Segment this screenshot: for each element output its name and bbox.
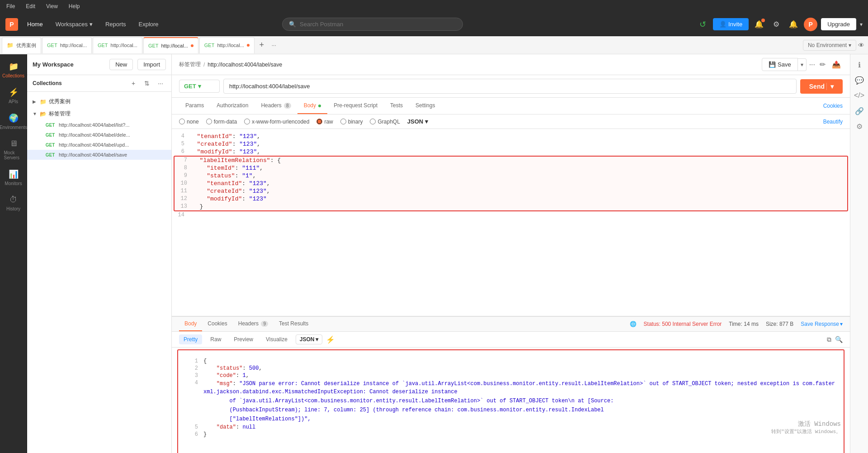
response-body[interactable]: 1 { 2 "status": 500, 3 "code": 1, 4 "m bbox=[177, 349, 844, 453]
tree-item-upd[interactable]: GET http://localhost:4004/label/upd... bbox=[27, 140, 171, 150]
format-tab-raw[interactable]: Raw bbox=[206, 334, 226, 344]
search-response-icon[interactable]: 🔍 bbox=[835, 336, 843, 343]
search-bar[interactable]: 🔍 bbox=[282, 18, 463, 31]
tab-1[interactable]: GET http://local... bbox=[42, 37, 92, 53]
nav-home[interactable]: Home bbox=[22, 18, 48, 30]
user-avatar[interactable]: P bbox=[804, 18, 817, 31]
response-format-selector[interactable]: JSON ▾ bbox=[296, 334, 322, 344]
save-response-button[interactable]: Save Response ▾ bbox=[801, 321, 843, 327]
sidebar-item-monitors[interactable]: 📊 Monitors bbox=[2, 166, 25, 190]
menu-file[interactable]: File bbox=[4, 2, 18, 10]
format-tab-preview[interactable]: Preview bbox=[229, 334, 258, 344]
sidebar-item-apis[interactable]: ⚡ APIs bbox=[2, 84, 25, 108]
menu-edit[interactable]: Edit bbox=[23, 2, 38, 10]
invite-button[interactable]: 👤 Invite bbox=[713, 18, 749, 30]
save-dropdown-button[interactable]: ▾ bbox=[798, 58, 807, 71]
resp-tab-test-results[interactable]: Test Results bbox=[274, 317, 314, 331]
search-input[interactable] bbox=[300, 21, 456, 28]
right-icon-comments[interactable]: 💬 bbox=[853, 73, 866, 87]
sidebar-item-mock-servers[interactable]: 🖥 Mock Servers bbox=[2, 135, 25, 164]
add-collection-button[interactable]: + bbox=[128, 78, 139, 89]
share-icon[interactable]: 📤 bbox=[830, 58, 843, 71]
settings-icon[interactable]: ⚙ bbox=[769, 18, 783, 31]
right-icon-info[interactable]: ℹ bbox=[853, 58, 866, 72]
option-form-data[interactable]: form-data bbox=[206, 119, 237, 125]
tab-2[interactable]: GET http://local... bbox=[93, 37, 142, 53]
beautify-link[interactable]: Beautify bbox=[823, 119, 843, 125]
resp-line-4b: of `java.util.ArrayList<com.business.mon… bbox=[185, 396, 836, 405]
breadcrumb-parent[interactable]: 标签管理 bbox=[179, 61, 201, 68]
add-tab-button[interactable]: + bbox=[255, 39, 268, 52]
collection-item-yxal[interactable]: ▶ 📁 优秀案例 bbox=[27, 95, 171, 108]
req-tab-auth[interactable]: Authorization bbox=[210, 98, 255, 114]
tree-item-list[interactable]: GET http://localhost:4004/label/list?... bbox=[27, 120, 171, 130]
sidebar-item-environments[interactable]: 🌍 Environments bbox=[2, 110, 25, 134]
nav-reports[interactable]: Reports bbox=[100, 18, 132, 30]
code-editor[interactable]: 4 "tenantId": "123", 5 "createId": "123"… bbox=[172, 129, 850, 316]
menu-view[interactable]: View bbox=[43, 2, 61, 10]
body-options: none form-data x-www-form-urlencoded raw… bbox=[172, 114, 850, 129]
notification-icon[interactable]: 🔔 bbox=[752, 18, 766, 31]
cookies-link[interactable]: Cookies bbox=[823, 103, 843, 109]
resp-tab-body[interactable]: Body bbox=[179, 317, 202, 331]
req-tab-params[interactable]: Params bbox=[179, 98, 210, 114]
new-button[interactable]: New bbox=[109, 59, 133, 70]
chevron-right-icon: ▶ bbox=[33, 99, 38, 104]
send-dropdown-icon[interactable]: ▾ bbox=[826, 83, 834, 90]
right-icon-code[interactable]: </> bbox=[853, 89, 866, 102]
environment-selector[interactable]: No Environment ▾ bbox=[803, 40, 856, 51]
menu-help[interactable]: Help bbox=[66, 2, 83, 10]
right-icon-settings[interactable]: ⚙ bbox=[853, 119, 866, 133]
nav-explore[interactable]: Explore bbox=[133, 18, 164, 30]
sidebar-header: My Workspace New Import bbox=[27, 54, 171, 75]
save-button[interactable]: 💾 Save bbox=[762, 58, 798, 71]
collection-item-bqgl[interactable]: ▼ 📂 标签管理 bbox=[27, 108, 171, 120]
format-selector[interactable]: JSON ▾ bbox=[407, 118, 428, 125]
url-input[interactable] bbox=[223, 79, 797, 94]
import-button[interactable]: Import bbox=[137, 59, 166, 70]
option-raw[interactable]: raw bbox=[316, 119, 333, 125]
req-tab-tests[interactable]: Tests bbox=[384, 98, 409, 114]
breadcrumb-current: http://localhost:4004/label/save bbox=[208, 62, 282, 68]
tab-3[interactable]: GET http://local... bbox=[143, 37, 198, 53]
copy-icon[interactable]: ⧉ bbox=[827, 336, 831, 343]
method-selector[interactable]: GET ▾ bbox=[179, 80, 220, 93]
alert-icon[interactable]: 🔔 bbox=[787, 18, 800, 31]
sidebar-item-history[interactable]: ⏱ History bbox=[2, 191, 25, 215]
right-icon-connection[interactable]: 🔗 bbox=[853, 104, 866, 118]
tab-4[interactable]: GET http://local... bbox=[199, 37, 255, 53]
req-tab-settings[interactable]: Settings bbox=[409, 98, 441, 114]
edit-icon[interactable]: ✏ bbox=[818, 58, 827, 71]
sidebar-panel: My Workspace New Import Collections + ⇅ … bbox=[27, 54, 172, 453]
tree-item-dele[interactable]: GET http://localhost:4004/label/dele... bbox=[27, 130, 171, 140]
more-options-button[interactable]: ··· bbox=[155, 78, 166, 89]
code-line-7: 7 "labelItemRelations": { bbox=[175, 157, 847, 164]
req-tab-pre-request[interactable]: Pre-request Script bbox=[327, 98, 384, 114]
nav-workspaces[interactable]: Workspaces ▾ bbox=[50, 18, 98, 30]
resp-tab-cookies[interactable]: Cookies bbox=[202, 317, 232, 331]
tab-0[interactable]: 📁 优秀案例 bbox=[2, 37, 41, 53]
breadcrumb: 标签管理 / http://localhost:4004/label/save bbox=[179, 61, 759, 68]
option-urlencoded[interactable]: x-www-form-urlencoded bbox=[244, 119, 309, 125]
upgrade-button[interactable]: Upgrade bbox=[821, 18, 856, 30]
sidebar-item-collections[interactable]: 📁 Collections bbox=[2, 58, 25, 82]
option-graphql[interactable]: GraphQL bbox=[370, 119, 400, 125]
option-binary[interactable]: binary bbox=[340, 119, 363, 125]
request-more-menu[interactable]: ··· bbox=[809, 61, 815, 69]
option-none[interactable]: none bbox=[179, 119, 199, 125]
upgrade-arrow[interactable]: ▾ bbox=[860, 21, 863, 28]
tree-item-save[interactable]: GET http://localhost:4004/label/save bbox=[27, 150, 171, 160]
send-button[interactable]: Send ▾ bbox=[800, 79, 843, 94]
req-tab-body[interactable]: Body bbox=[297, 98, 328, 114]
sync-icon[interactable]: ↺ bbox=[696, 18, 709, 31]
sort-button[interactable]: ⇅ bbox=[142, 78, 152, 89]
format-tab-visualize[interactable]: Visualize bbox=[261, 334, 292, 344]
monitors-icon: 📊 bbox=[9, 169, 19, 179]
resp-tab-headers[interactable]: Headers 9 bbox=[233, 317, 274, 331]
eye-icon[interactable]: 👁 bbox=[856, 40, 866, 51]
format-tab-pretty[interactable]: Pretty bbox=[179, 334, 202, 344]
env-chevron-icon: ▾ bbox=[849, 42, 851, 48]
more-tabs-button[interactable]: ··· bbox=[268, 40, 280, 50]
req-tab-headers[interactable]: Headers 8 bbox=[255, 98, 297, 114]
filter-icon[interactable]: ⚡ bbox=[326, 335, 335, 344]
